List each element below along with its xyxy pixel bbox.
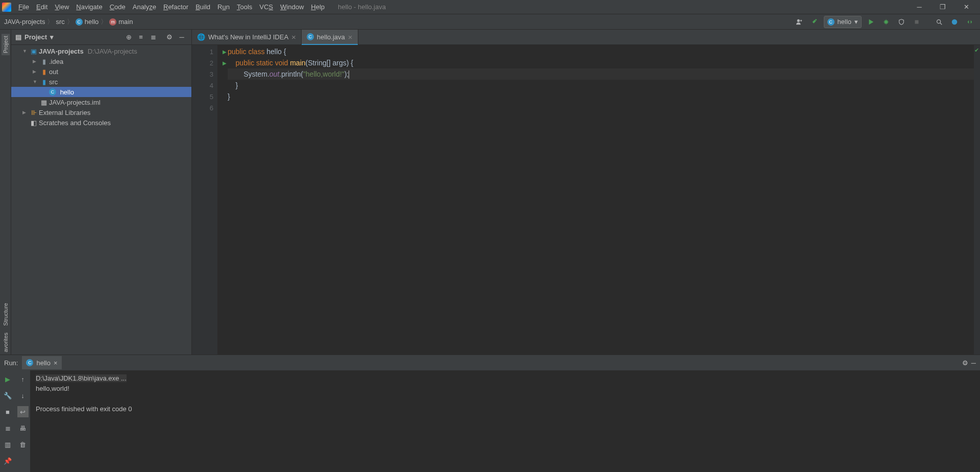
layout-icon[interactable]: ▥	[2, 439, 13, 450]
close-tab-icon[interactable]: ×	[348, 33, 353, 41]
menu-vcs[interactable]: VCS	[256, 2, 276, 12]
console-output[interactable]: D:\Java\JDK1.8\bin\java.exe ... hello,wo…	[31, 370, 980, 472]
menu-run[interactable]: Run	[214, 2, 233, 12]
globe-icon: 🌐	[197, 33, 205, 41]
tree-iml[interactable]: ▦JAVA-projects.iml	[11, 97, 191, 107]
chevron-down-icon[interactable]: ▾	[50, 33, 54, 41]
tree-out[interactable]: ▶▮out	[11, 66, 191, 77]
close-button[interactable]: ✕	[954, 0, 978, 14]
favorites-tool-button[interactable]: avorites	[2, 331, 10, 355]
console-actions-column: ↑ ↓ ↩ 🖶 🗑	[15, 370, 31, 472]
folder-icon: ▮	[40, 57, 48, 65]
crumb-project[interactable]: JAVA-projects	[4, 18, 45, 26]
iml-file-icon: ▦	[40, 98, 48, 106]
tree-src[interactable]: ▼▮src	[11, 77, 191, 87]
hide-panel-icon[interactable]: ─	[176, 32, 187, 43]
locate-icon[interactable]: ⊕	[123, 32, 134, 43]
inspection-gutter: ✔	[974, 45, 980, 355]
menu-refactor[interactable]: Refactor	[160, 2, 191, 12]
chevron-down-icon: ▾	[854, 18, 858, 26]
navigation-bar: JAVA-projects 〉 src 〉 Chello 〉 mmain C h…	[0, 14, 980, 30]
up-icon[interactable]: ↑	[17, 373, 29, 385]
tab-hello-java[interactable]: C hello.java ×	[302, 30, 358, 44]
crumb-class[interactable]: Chello	[76, 18, 99, 26]
gear-icon[interactable]: ⚙	[962, 359, 968, 367]
structure-tool-button[interactable]: Structure	[2, 301, 10, 328]
stop-icon[interactable]: ■	[2, 406, 13, 417]
down-icon[interactable]: ↓	[17, 390, 29, 401]
ide-update-icon[interactable]	[948, 16, 961, 28]
tab-whatsnew[interactable]: 🌐 What's New in IntelliJ IDEA ×	[192, 30, 302, 44]
project-tool-button[interactable]: Project	[2, 34, 10, 55]
pin-icon[interactable]: 📌	[2, 455, 13, 466]
method-icon: m	[109, 18, 116, 26]
menu-help[interactable]: Help	[308, 2, 328, 12]
print-icon[interactable]: 🖶	[17, 422, 29, 434]
expand-all-icon[interactable]: ≡	[135, 32, 146, 43]
class-icon: C	[26, 359, 33, 366]
breadcrumb: JAVA-projects 〉 src 〉 Chello 〉 mmain	[4, 17, 133, 27]
menu-navigate[interactable]: Navigate	[73, 2, 105, 12]
maximize-button[interactable]: ❐	[931, 0, 954, 14]
library-icon: ⊪	[30, 108, 38, 116]
menu-analyze[interactable]: Analyze	[130, 2, 159, 12]
dump-icon[interactable]: ≣	[2, 422, 13, 434]
minimize-button[interactable]: ─	[908, 0, 931, 14]
svg-point-3	[937, 19, 941, 23]
debug-button[interactable]	[880, 16, 892, 28]
editor-tabs: 🌐 What's New in IntelliJ IDEA × C hello.…	[192, 30, 980, 45]
tree-root[interactable]: ▼ ▣ JAVA-projectsD:\JAVA-projects	[11, 46, 191, 56]
editor-body[interactable]: 1▶ 2▶ 3 4 5 6 public class hello { publi…	[192, 45, 980, 355]
window-title: hello - hello.java	[338, 3, 386, 11]
run-config-dropdown[interactable]: C hello ▾	[824, 16, 862, 28]
menu-build[interactable]: Build	[192, 2, 213, 12]
close-tab-icon[interactable]: ×	[54, 359, 58, 367]
title-bar: File Edit View Navigate Code Analyze Ref…	[0, 0, 980, 14]
project-panel-title: Project	[24, 33, 47, 41]
tree-idea[interactable]: ▶▮.idea	[11, 56, 191, 66]
build-hammer-icon[interactable]	[808, 16, 821, 28]
wrench-icon[interactable]: 🔧	[2, 390, 13, 401]
run-button[interactable]	[865, 16, 877, 28]
code-content[interactable]: public class hello { public static void …	[217, 45, 974, 355]
menu-code[interactable]: Code	[107, 2, 129, 12]
tab-label: What's New in IntelliJ IDEA	[208, 33, 288, 41]
editor-area: 🌐 What's New in IntelliJ IDEA × C hello.…	[192, 30, 980, 355]
run-panel-label: Run:	[4, 359, 18, 367]
soft-wrap-icon[interactable]: ↩	[17, 406, 29, 417]
tree-external-libs[interactable]: ▶⊪External Libraries	[11, 107, 191, 117]
tree-hello-class[interactable]: C hello	[11, 87, 191, 97]
add-user-icon[interactable]	[793, 16, 805, 28]
inspection-ok-icon[interactable]: ✔	[974, 47, 979, 54]
scratches-icon: ◧	[30, 119, 38, 127]
menu-view[interactable]: View	[52, 2, 72, 12]
class-icon: C	[307, 33, 314, 40]
console-exit-line: Process finished with exit code 0	[36, 404, 975, 414]
close-tab-icon[interactable]: ×	[291, 33, 296, 41]
project-tree[interactable]: ▼ ▣ JAVA-projectsD:\JAVA-projects ▶▮.ide…	[11, 45, 191, 355]
rerun-icon[interactable]: ▶	[2, 373, 13, 385]
run-tab-hello[interactable]: C hello ×	[22, 356, 61, 369]
menu-edit[interactable]: Edit	[33, 2, 51, 12]
collapse-all-icon[interactable]: ≣	[148, 32, 159, 43]
clear-icon[interactable]: 🗑	[17, 439, 29, 450]
menu-tools[interactable]: Tools	[234, 2, 255, 12]
source-folder-icon: ▮	[40, 78, 48, 86]
stop-button[interactable]	[911, 16, 923, 28]
crumb-method[interactable]: mmain	[109, 18, 133, 26]
svg-point-1	[885, 20, 888, 23]
search-icon[interactable]	[933, 16, 945, 28]
menu-file[interactable]: File	[15, 2, 32, 12]
line-number-gutter: 1▶ 2▶ 3 4 5 6	[192, 45, 217, 355]
project-view-icon: ▤	[15, 33, 21, 41]
hide-panel-icon[interactable]: ─	[971, 359, 976, 367]
tree-scratches[interactable]: ◧Scratches and Consoles	[11, 117, 191, 128]
gear-icon[interactable]: ⚙	[164, 32, 175, 43]
crumb-src[interactable]: src	[56, 18, 64, 26]
menu-window[interactable]: Window	[277, 2, 307, 12]
code-with-me-icon[interactable]	[964, 16, 976, 28]
run-tool-window: Run: C hello × ⚙ ─ ▶ 🔧 ■ ≣ ▥ 📌 ↑ ↓ ↩ 🖶 🗑…	[0, 355, 980, 472]
coverage-button[interactable]	[895, 16, 908, 28]
left-tool-gutter: Project Structure avorites	[0, 30, 11, 355]
run-actions-column: ▶ 🔧 ■ ≣ ▥ 📌	[0, 370, 15, 472]
